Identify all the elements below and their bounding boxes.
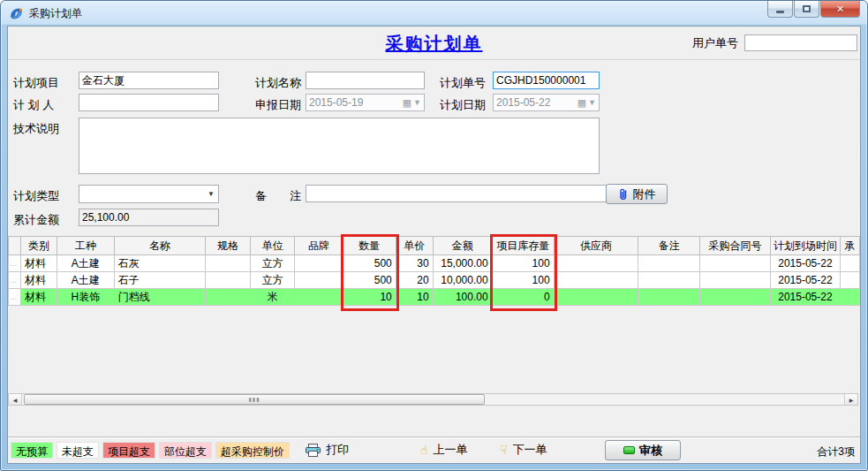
remark-input[interactable] [306,185,607,202]
legend-badge: 无预算 [11,442,53,459]
plan-no-input[interactable] [493,72,600,89]
column-header[interactable]: 类别 [20,237,57,255]
next-order-button[interactable]: ☟ 下一单 [500,442,547,458]
user-no-label: 用户单号 [692,35,738,51]
table-cell: 立方 [251,272,295,289]
column-header[interactable]: 名称 [114,237,206,255]
hand-point-up-icon: ☝ [420,444,428,456]
column-header[interactable]: 规格 [206,237,251,255]
table-cell [700,289,771,306]
table-cell: 材料 [20,289,57,306]
plan-date-label: 计划日期 [440,97,486,113]
legend-badge: 超采购控制价 [215,442,290,459]
next-button-label: 下一单 [513,442,547,458]
table-cell: 2015-05-22 [770,255,840,272]
scrollbar-track[interactable] [22,394,844,405]
declare-date-picker[interactable]: 2015-05-19 ▦ ▼ [306,94,425,111]
printer-icon [306,444,321,457]
minimize-icon [776,11,784,13]
paperclip-icon [618,188,629,201]
legend-badge: 部位超支 [159,442,212,459]
table-cell: 2015-05-22 [770,272,840,289]
green-dot-icon [623,446,635,454]
plan-name-input[interactable] [306,72,425,89]
plan-type-select[interactable]: ▼ [79,185,219,203]
plan-project-input[interactable] [79,72,219,89]
close-button[interactable]: ✕ [820,1,860,18]
table-cell: 100 [492,272,554,289]
footer-bar: 无预算未超支项目超支部位超支超采购控制价 打印 ☝ 上一单 ☟ 下一单 [8,437,860,463]
column-header[interactable]: 品牌 [295,237,343,255]
scroll-left-arrow[interactable]: ◀ [9,394,22,405]
print-button-label: 打印 [326,442,349,458]
column-header[interactable]: 备注 [638,237,700,255]
maximize-icon [803,5,811,12]
legend-badge: 项目超支 [102,442,155,459]
table-cell [295,255,343,272]
table-cell: 石灰 [114,255,206,272]
total-amount-label: 累计金额 [13,212,59,228]
legend-badge: 未超支 [57,442,99,459]
column-header[interactable]: 单价 [396,237,433,255]
table-cell: 10,000.00 [433,272,492,289]
table-cell: A土建 [57,272,114,289]
tech-note-textarea[interactable] [79,118,600,174]
table-cell: 0 [492,289,554,306]
titlebar: 采购计划单 ✕ [1,1,867,26]
plan-no-label: 计划单号 [440,75,486,91]
row-indicator: … [9,289,21,306]
column-header[interactable]: 单位 [251,237,295,255]
maximize-button[interactable] [794,1,819,18]
table-cell: 10 [396,289,433,306]
table-row[interactable]: …材料A土建石灰立方5003015,000.001002015-05-22 [9,255,860,272]
scroll-right-arrow[interactable]: ▶ [844,394,857,405]
table-cell: H装饰 [57,289,114,306]
planner-input[interactable] [79,94,219,111]
table-cell: A土建 [57,255,114,272]
column-header[interactable]: 供应商 [554,237,638,255]
table-cell: 15,000.00 [433,255,492,272]
attachment-button-label: 附件 [633,186,656,202]
print-button[interactable]: 打印 [306,442,349,458]
chevron-down-icon: ▼ [413,98,421,107]
column-header[interactable]: 工种 [57,237,114,255]
table-cell [554,255,638,272]
horizontal-scrollbar[interactable]: ◀ ▶ [8,393,858,406]
column-header[interactable]: 金额 [433,237,492,255]
minimize-button[interactable] [767,1,793,18]
grid-total-label: 合计3项 [817,444,855,460]
table-cell: 20 [396,272,433,289]
table-row[interactable]: …材料A土建石子立方5002010,000.001002015-05-22 [9,272,860,289]
prev-order-button[interactable]: ☝ 上一单 [420,442,468,458]
audit-button[interactable]: 审核 [605,440,681,460]
planner-label: 计 划 人 [13,97,54,113]
plan-name-label: 计划名称 [255,75,301,91]
column-header[interactable]: 承 [840,237,859,255]
column-header[interactable]: 项目库存量 [492,237,554,255]
table-cell [840,272,859,289]
total-amount-field [79,209,219,226]
table-cell [554,272,638,289]
app-logo-icon [9,6,24,21]
table-cell: 500 [343,255,396,272]
table-cell [700,272,771,289]
user-no-input[interactable] [744,34,857,51]
table-row[interactable]: …材料H装饰门档线米1010100.0002015-05-22 [9,289,860,306]
table-cell [554,289,638,306]
table-cell: 门档线 [114,289,206,306]
table-cell: 立方 [251,255,295,272]
table-cell [206,289,251,306]
calendar-icon: ▦ [577,97,586,109]
close-icon: ✕ [836,4,844,14]
column-header[interactable]: 采购合同号 [700,237,771,255]
chevron-down-icon: ▼ [588,98,596,107]
scrollbar-thumb[interactable] [24,394,485,405]
column-header[interactable]: 数量 [343,237,396,255]
table-cell: 30 [396,255,433,272]
column-header[interactable]: 计划到场时间 [770,237,840,255]
table-cell: 100.00 [433,289,492,306]
calendar-icon: ▦ [403,97,411,109]
attachment-button[interactable]: 附件 [606,184,668,204]
plan-date-picker[interactable]: 2015-05-22 ▦ ▼ [493,94,600,111]
plan-type-label: 计划类型 [13,188,59,204]
